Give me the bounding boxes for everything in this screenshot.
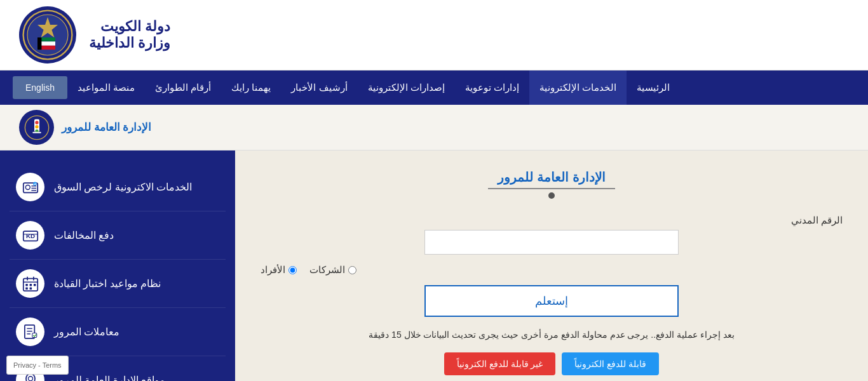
document-icon <box>16 318 44 346</box>
sidebar-item-label-driving-license: الخدمات الاكترونية لرخص السوق <box>54 181 192 193</box>
svg-rect-4 <box>40 41 55 45</box>
sidebar-item-driving-test[interactable]: نظام مواعيد اختبار القيادة <box>10 260 226 308</box>
sidebar-item-transactions[interactable]: معاملات المرور <box>10 308 226 356</box>
civil-number-group: الرقم المدني <box>261 215 843 255</box>
svg-rect-26 <box>25 284 28 286</box>
svg-point-36 <box>28 376 32 380</box>
nav-item-awareness[interactable]: إدارات توعوية <box>455 70 529 105</box>
money-icon: KD <box>16 221 44 250</box>
radio-individuals-text: الأفراد <box>261 264 285 276</box>
content-area: الإدارة العامة للمرور الرقم المدني الشرك… <box>235 150 868 381</box>
status-buttons: قابلة للدفع الكترونياً غير قابلة للدفع ا… <box>261 352 843 375</box>
nav-english[interactable]: English <box>13 76 67 99</box>
btn-eligible[interactable]: قابلة للدفع الكترونياً <box>562 352 659 375</box>
title-dot <box>548 192 555 199</box>
nav-item-home[interactable]: الرئيسية <box>627 70 680 105</box>
svg-rect-28 <box>33 284 36 286</box>
radio-companies-label[interactable]: الشركات <box>309 264 356 276</box>
title-underline <box>488 188 615 189</box>
svg-rect-29 <box>25 287 28 290</box>
svg-rect-3 <box>40 37 55 41</box>
nav-item-publications[interactable]: إصدارات الإلكترونية <box>358 70 455 105</box>
radio-individuals-label[interactable]: الأفراد <box>261 264 297 276</box>
nav-item-eservices[interactable]: الخدمات الإلكترونية <box>529 70 627 105</box>
nav-item-appointments[interactable]: منصة المواعيد <box>67 70 145 105</box>
btn-not-eligible[interactable]: غير قابلة للدفع الكترونياً <box>444 352 556 375</box>
nav-item-emergency[interactable]: أرقام الطوارئ <box>145 70 221 105</box>
main-container: الإدارة العامة للمرور الرقم المدني الشرك… <box>0 150 868 381</box>
sidebar-item-label-transactions: معاملات المرور <box>54 326 119 338</box>
radio-companies[interactable] <box>348 266 356 274</box>
info-text: بعد إجراء عملية الدفع.. يرجى عدم محاولة … <box>261 330 843 340</box>
svg-rect-12 <box>32 131 41 133</box>
svg-rect-5 <box>40 46 55 50</box>
sidebar-item-label-driving-test: نظام مواعيد اختبار القيادة <box>54 277 161 290</box>
svg-point-10 <box>35 125 38 128</box>
svg-rect-27 <box>29 284 32 286</box>
sidebar-item-pay-fines[interactable]: دفع المخالفات KD <box>10 211 226 260</box>
svg-point-14 <box>25 185 30 189</box>
sub-header-title: الإدارة العامة للمرور <box>62 121 151 134</box>
radio-companies-text: الشركات <box>309 264 345 276</box>
header-title1: دولة الكويت <box>89 18 170 35</box>
svg-rect-6 <box>37 37 41 50</box>
recaptcha: Privacy - Terms <box>6 356 69 375</box>
header: دولة الكويت وزارة الداخلية <box>0 0 868 70</box>
sidebar-item-label-pay-fines: دفع المخالفات <box>54 229 114 241</box>
nav-item-opinion[interactable]: يهمنا رايك <box>221 70 281 105</box>
sidebar-item-label-locations: مواقع الإدارة العامة للمرور <box>54 374 165 381</box>
svg-point-9 <box>35 121 38 124</box>
navbar: الرئيسيةالخدمات الإلكترونيةإدارات توعوية… <box>0 70 868 105</box>
calendar-icon <box>16 269 44 298</box>
sub-header: الإدارة العامة للمرور <box>0 105 868 150</box>
sidebar: الخدمات الاكترونية لرخص السوق دفع المخال… <box>0 150 235 381</box>
civil-number-input[interactable] <box>424 230 679 255</box>
svg-rect-30 <box>29 287 32 290</box>
license-icon <box>16 173 44 201</box>
civil-number-label: الرقم المدني <box>261 215 843 226</box>
header-text: دولة الكويت وزارة الداخلية <box>89 18 170 51</box>
submit-button[interactable]: إستعلم <box>424 285 679 317</box>
english-link[interactable]: English <box>13 76 67 99</box>
header-logo <box>19 6 76 64</box>
header-title2: وزارة الداخلية <box>89 35 170 51</box>
nav-item-news[interactable]: أرشيف الأخبار <box>281 70 357 105</box>
svg-text:KD: KD <box>25 232 34 239</box>
sidebar-item-driving-license[interactable]: الخدمات الاكترونية لرخص السوق <box>10 163 226 211</box>
page-title: الإدارة العامة للمرور <box>261 170 843 185</box>
recaptcha-text: Privacy - Terms <box>13 361 62 369</box>
sub-header-logo <box>19 110 54 145</box>
radio-group: الشركات الأفراد <box>261 264 843 276</box>
radio-individuals[interactable] <box>288 266 297 274</box>
